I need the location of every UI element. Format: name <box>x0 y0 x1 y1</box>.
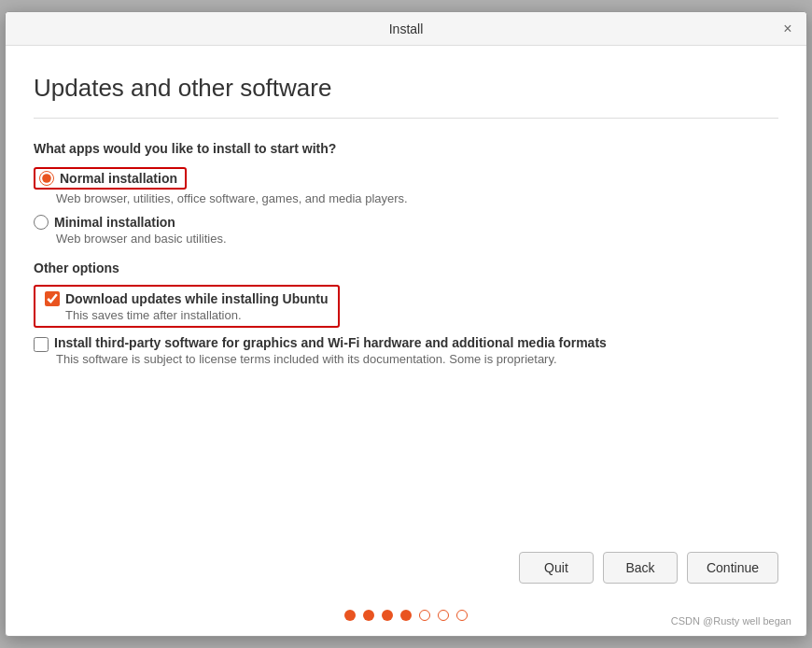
minimal-install-section: Minimal installation Web browser and bas… <box>34 215 778 255</box>
page-title: Updates and other software <box>34 74 778 119</box>
minimal-install-row: Minimal installation <box>34 215 778 230</box>
dot-2 <box>363 610 374 621</box>
title-bar: Install × <box>6 12 806 46</box>
minimal-install-label[interactable]: Minimal installation <box>54 215 175 230</box>
dot-1 <box>344 610 356 621</box>
other-options-title: Other options <box>34 261 778 275</box>
third-party-section: Install third-party software for graphic… <box>34 335 778 377</box>
download-updates-label[interactable]: Download updates while installing Ubuntu <box>65 291 329 306</box>
window-title: Install <box>389 21 424 36</box>
close-button[interactable]: × <box>780 21 795 36</box>
back-button[interactable]: Back <box>603 552 678 584</box>
third-party-label[interactable]: Install third-party software for graphic… <box>54 335 607 350</box>
section-question: What apps would you like to install to s… <box>34 141 778 156</box>
minimal-install-radio[interactable] <box>34 215 49 230</box>
dot-4 <box>400 610 412 621</box>
quit-button[interactable]: Quit <box>519 552 594 584</box>
download-updates-checkbox[interactable] <box>45 291 60 306</box>
install-window: Install × Updates and other software Wha… <box>5 11 807 637</box>
dot-7 <box>456 610 468 621</box>
download-updates-row: Download updates while installing Ubuntu <box>45 290 329 306</box>
download-updates-highlight: Download updates while installing Ubuntu… <box>34 285 340 328</box>
normal-install-highlight: Normal installation <box>34 167 187 190</box>
dot-5 <box>419 610 430 621</box>
download-updates-section: Download updates while installing Ubuntu… <box>34 285 778 330</box>
dot-6 <box>438 610 449 621</box>
dot-3 <box>382 610 393 621</box>
main-content: Updates and other software What apps wou… <box>6 46 806 537</box>
third-party-description: This software is subject to license term… <box>56 352 778 366</box>
normal-install-radio[interactable] <box>39 171 54 186</box>
third-party-checkbox[interactable] <box>34 337 49 352</box>
normal-install-label[interactable]: Normal installation <box>60 171 177 186</box>
third-party-row: Install third-party software for graphic… <box>34 335 778 352</box>
normal-install-description: Web browser, utilities, office software,… <box>56 191 778 205</box>
continue-button[interactable]: Continue <box>687 552 778 584</box>
button-area: Quit Back Continue <box>6 537 806 599</box>
download-updates-description: This saves time after installation. <box>65 308 329 322</box>
watermark: CSDN @Rusty well began <box>671 615 791 627</box>
minimal-install-description: Web browser and basic utilities. <box>56 232 778 246</box>
normal-install-section: Normal installation Web browser, utiliti… <box>34 167 778 215</box>
